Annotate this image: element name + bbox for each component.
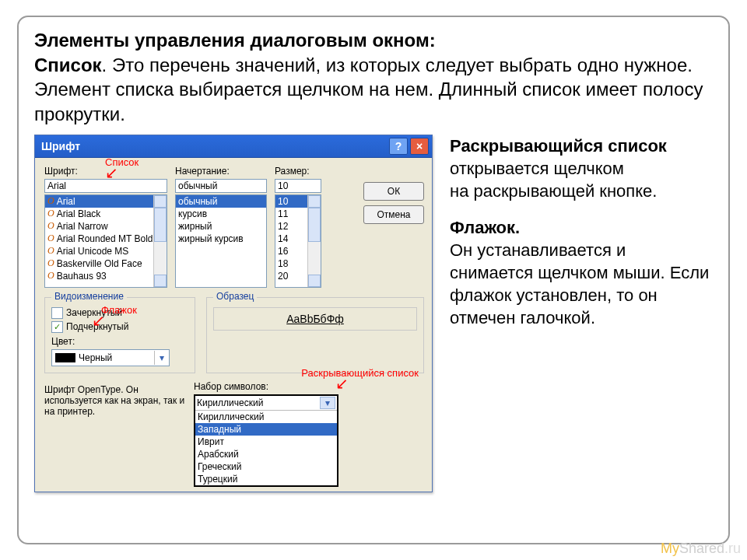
scrollbar[interactable] <box>153 195 167 287</box>
scroll-thumb[interactable] <box>154 208 167 242</box>
close-icon: × <box>416 140 423 152</box>
sample-group: Образец AaBbБбФф Раскрывающийся список ↙ <box>206 297 424 373</box>
list-item: OArial Narrow <box>45 220 154 233</box>
font-label: Шрифт: <box>44 166 167 177</box>
titlebar-text: Шрифт <box>41 140 80 152</box>
annotation-dropdown-text: Раскрывающийся список <box>301 367 419 379</box>
underline-checkbox[interactable]: ✓ Подчеркнутый <box>51 321 188 333</box>
list-item[interactable]: 11 <box>275 208 308 220</box>
scroll-up-icon[interactable] <box>154 195 167 208</box>
font-dialog: Шрифт ? × Список ↙ Шрифт: <box>34 135 433 492</box>
list-item[interactable]: 18 <box>275 257 308 270</box>
list-item[interactable]: жирный <box>176 220 266 233</box>
list-item[interactable]: Западный <box>195 423 337 436</box>
checkbox-icon <box>51 307 63 319</box>
scrollbar[interactable] <box>307 195 321 287</box>
scroll-thumb[interactable] <box>308 208 321 242</box>
close-button[interactable]: × <box>410 138 429 155</box>
charset-label: Набор символов: <box>194 381 338 392</box>
list-item[interactable]: Греческий <box>195 460 337 473</box>
checkbox-term: Флажок. <box>450 218 520 237</box>
list-item[interactable]: Кириллический <box>195 411 337 423</box>
effects-group: Видоизменение Флажок ↙ Зачеркнутый ✓ Под… <box>44 297 195 373</box>
heading-line1: Элементы управления диалоговым окном: <box>34 30 436 51</box>
list-item: OArial Unicode MS <box>45 245 154 257</box>
list-item[interactable]: 10 <box>275 195 308 208</box>
list-item: OArial Rounded MT Bold <box>45 233 154 245</box>
list-item[interactable]: жирный курсив <box>176 233 266 245</box>
style-listbox[interactable]: обычный курсив жирный жирный курсив <box>175 194 267 288</box>
charset-dropdown[interactable]: Кириллический ▾ Кириллический Западный И… <box>194 394 338 487</box>
list-item[interactable]: 20 <box>275 270 308 282</box>
help-icon: ? <box>395 140 402 152</box>
chevron-down-icon[interactable]: ▾ <box>320 397 335 409</box>
list-item[interactable]: Арабский <box>195 448 337 460</box>
heading: Элементы управления диалоговым окном: Сп… <box>34 28 713 127</box>
color-swatch <box>55 353 75 362</box>
list-item[interactable]: 14 <box>275 233 308 245</box>
sample-text: AaBbБбФф <box>213 307 417 331</box>
info-text: Шрифт OpenType. Он используется как на э… <box>44 384 186 417</box>
ok-button[interactable]: ОК <box>363 182 424 201</box>
side-text: Раскрывающийся список открывается щелчко… <box>450 135 713 329</box>
list-item[interactable]: Турецкий <box>195 473 337 485</box>
list-item[interactable]: курсив <box>176 208 266 220</box>
scroll-up-icon[interactable] <box>308 195 321 208</box>
color-label: Цвет: <box>51 336 188 347</box>
slide: Элементы управления диалоговым окном: Сп… <box>17 16 730 544</box>
strike-checkbox[interactable]: Зачеркнутый <box>51 307 188 319</box>
check-icon: ✓ <box>54 322 61 332</box>
list-item[interactable]: 16 <box>275 245 308 257</box>
list-item: OArial Black <box>45 208 154 220</box>
list-item: OBaskerville Old Face <box>45 257 154 270</box>
sample-legend: Образец <box>213 291 257 302</box>
dropdown-term: Раскрывающийся список <box>450 136 667 156</box>
list-item[interactable]: обычный <box>176 195 266 208</box>
scroll-down-icon[interactable] <box>154 275 167 287</box>
size-input[interactable] <box>275 179 321 193</box>
cancel-button[interactable]: Отмена <box>363 205 424 224</box>
list-item[interactable]: 12 <box>275 220 308 233</box>
effects-legend: Видоизменение <box>51 291 127 302</box>
list-item[interactable]: Иврит <box>195 436 337 448</box>
font-listbox[interactable]: OArial OArial Black OArial Narrow OArial… <box>44 194 167 288</box>
color-select[interactable]: Черный ▾ <box>51 349 170 366</box>
size-label: Размер: <box>275 166 321 177</box>
heading-line2-rest: . Это перечень значений, из которых след… <box>34 54 703 124</box>
help-button[interactable]: ? <box>389 138 408 155</box>
font-input[interactable] <box>44 179 167 193</box>
size-listbox[interactable]: 10 11 12 14 16 18 20 <box>275 194 321 288</box>
checkbox-icon: ✓ <box>51 321 63 333</box>
chevron-down-icon: ▾ <box>154 351 169 365</box>
style-input[interactable] <box>175 179 267 193</box>
titlebar[interactable]: Шрифт ? × <box>35 135 432 158</box>
watermark: MyShared.ru <box>661 541 741 557</box>
list-item: OBauhaus 93 <box>45 270 154 282</box>
style-label: Начертание: <box>175 166 267 177</box>
list-item: OArial <box>45 195 154 208</box>
scroll-down-icon[interactable] <box>308 275 321 287</box>
heading-line2-strong: Список <box>34 54 102 75</box>
